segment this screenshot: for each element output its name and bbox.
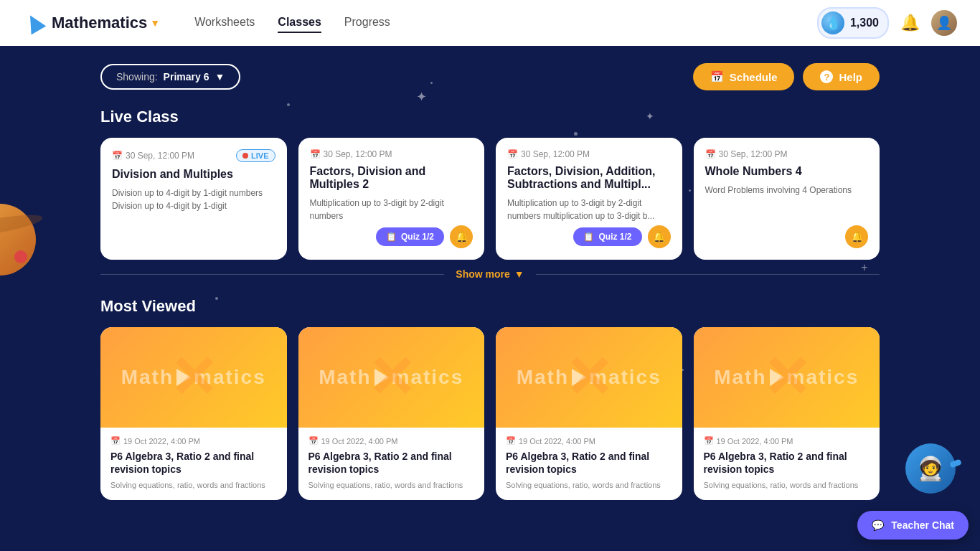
card-desc: Multiplication up to 3-digit by 2-digit …: [507, 197, 671, 222]
video-thumbnail: ✕ Mathmatics: [496, 327, 682, 428]
teacher-chat-button[interactable]: 💬 Teacher Chat: [857, 511, 969, 540]
video-desc: Solving equations, ratio, words and frac…: [110, 480, 277, 491]
coin-icon: 💧: [821, 11, 844, 34]
card-date-row: 📅 30 Sep, 12:00 PM: [705, 149, 869, 159]
card-date-row: 📅 30 Sep, 12:00 PM: [507, 149, 671, 159]
header: Mathematics ▼ Worksheets Classes Progres…: [0, 0, 980, 46]
svg-marker-0: [23, 11, 46, 34]
teacher-chat-label: Teacher Chat: [891, 519, 954, 531]
coin-badge: 💧 1,300: [817, 7, 889, 39]
show-more-button[interactable]: Show more ▼: [456, 268, 524, 280]
video-card-body: 📅 19 Oct 2022, 4:00 PM P6 Algebra 3, Rat…: [298, 428, 485, 500]
help-button[interactable]: ? Help: [803, 63, 880, 90]
live-class-cards: 📅 30 Sep, 12:00 PM LIVE Division and Mul…: [100, 138, 880, 260]
bell-button[interactable]: 🔔: [845, 225, 868, 248]
help-icon: ?: [820, 70, 833, 83]
quiz-icon: 📋: [583, 232, 594, 242]
card-footer: 📋 Quiz 1/2 🔔: [376, 225, 473, 248]
live-class-title: Live Class: [100, 108, 880, 126]
card-title: Factors, Division and Multiples 2: [310, 165, 473, 191]
chat-icon: 💬: [872, 519, 884, 531]
video-title: P6 Algebra 3, Ratio 2 and final revision…: [308, 450, 475, 476]
schedule-button[interactable]: 📅 Schedule: [693, 63, 795, 90]
video-title: P6 Algebra 3, Ratio 2 and final revision…: [110, 450, 277, 476]
showing-value: Primary 6: [164, 71, 209, 83]
video-thumbnail: ✕ Mathmatics: [694, 327, 880, 428]
showing-filter-btn[interactable]: Showing: Primary 6 ▼: [100, 64, 240, 90]
calendar-icon: 📅: [507, 149, 518, 159]
mascot-body: 🧑‍🚀: [905, 443, 956, 494]
filter-dropdown-arrow: ▼: [215, 71, 225, 83]
video-thumbnail: ✕ Mathmatics: [100, 327, 287, 428]
logo-icon: [23, 11, 46, 34]
show-more-arrow: ▼: [514, 268, 524, 280]
page-title: Mathematics ▼: [52, 14, 160, 32]
title-dropdown-arrow[interactable]: ▼: [150, 17, 160, 29]
schedule-label: Schedule: [730, 71, 778, 83]
card-desc: Multiplication up to 3-digit by 2-digit …: [310, 197, 473, 222]
video-title: P6 Algebra 3, Ratio 2 and final revision…: [506, 450, 672, 476]
live-class-card: 📅 30 Sep, 12:00 PM Factors, Division and…: [298, 138, 485, 260]
main-content: ✦ ✦ + Showing: Primary 6 ▼ 📅 Schedule ? …: [0, 46, 980, 523]
showing-label: Showing:: [116, 71, 158, 83]
notification-bell[interactable]: 🔔: [900, 14, 920, 32]
divider-right: [536, 274, 880, 275]
card-title: Whole Numbers 4: [705, 165, 869, 178]
video-date: 📅 19 Oct 2022, 4:00 PM: [704, 436, 870, 446]
bell-button[interactable]: 🔔: [648, 225, 671, 248]
live-class-section: Live Class 📅 30 Sep, 12:00 PM LIVE Divis…: [100, 108, 880, 260]
card-date: 📅 30 Sep, 12:00 PM: [310, 149, 392, 159]
live-class-card: 📅 30 Sep, 12:00 PM Whole Numbers 4 Word …: [694, 138, 880, 260]
video-card-body: 📅 19 Oct 2022, 4:00 PM P6 Algebra 3, Rat…: [100, 428, 287, 500]
card-date-row: 📅 30 Sep, 12:00 PM LIVE: [112, 149, 275, 162]
calendar-icon: 📅: [112, 151, 123, 161]
video-desc: Solving equations, ratio, words and frac…: [704, 480, 870, 491]
card-title: Factors, Division, Addition, Subtraction…: [507, 165, 671, 191]
user-avatar[interactable]: 👤: [931, 10, 957, 36]
show-more-row: Show more ▼: [100, 268, 880, 280]
card-title: Division and Multiples: [112, 168, 275, 181]
nav-worksheets[interactable]: Worksheets: [194, 13, 255, 33]
video-card[interactable]: ✕ Mathmatics 📅 19 Oct 2022, 4:00 PM P6 A…: [694, 327, 880, 500]
video-date: 📅 19 Oct 2022, 4:00 PM: [308, 436, 475, 446]
most-viewed-title: Most Viewed: [100, 297, 880, 316]
bell-button[interactable]: 🔔: [450, 225, 473, 248]
avatar-inner: 👤: [931, 10, 957, 36]
card-date: 📅 30 Sep, 12:00 PM: [112, 151, 194, 161]
action-buttons: 📅 Schedule ? Help: [693, 63, 880, 90]
calendar-icon: 📅: [506, 436, 516, 446]
video-card[interactable]: ✕ Mathmatics 📅 19 Oct 2022, 4:00 PM P6 A…: [298, 327, 485, 500]
live-class-card: 📅 30 Sep, 12:00 PM LIVE Division and Mul…: [100, 138, 287, 260]
calendar-icon: 📅: [308, 436, 319, 446]
quiz-button[interactable]: 📋 Quiz 1/2: [573, 227, 641, 246]
calendar-icon: 📅: [704, 436, 714, 446]
video-title: P6 Algebra 3, Ratio 2 and final revision…: [704, 450, 870, 476]
nav-progress[interactable]: Progress: [344, 13, 390, 33]
card-desc: Division up to 4-digit by 1-digit number…: [112, 187, 275, 212]
quiz-button[interactable]: 📋 Quiz 1/2: [376, 227, 444, 246]
nav-classes[interactable]: Classes: [278, 13, 321, 33]
divider-left: [100, 274, 444, 275]
quiz-icon: 📋: [386, 232, 397, 242]
header-right: 💧 1,300 🔔 👤: [817, 7, 957, 39]
calendar-icon: 📅: [110, 436, 121, 446]
chat-mascot: 🧑‍🚀: [905, 443, 963, 508]
card-footer: 🔔: [845, 225, 868, 248]
video-desc: Solving equations, ratio, words and frac…: [506, 480, 672, 491]
calendar-icon: 📅: [310, 149, 321, 159]
video-card-body: 📅 19 Oct 2022, 4:00 PM P6 Algebra 3, Rat…: [694, 428, 880, 500]
video-card[interactable]: ✕ Mathmatics 📅 19 Oct 2022, 4:00 PM P6 A…: [496, 327, 682, 500]
video-desc: Solving equations, ratio, words and frac…: [308, 480, 475, 491]
card-date-row: 📅 30 Sep, 12:00 PM: [310, 149, 473, 159]
card-date: 📅 30 Sep, 12:00 PM: [705, 149, 788, 159]
video-card[interactable]: ✕ Mathmatics 📅 19 Oct 2022, 4:00 PM P6 A…: [100, 327, 287, 500]
most-viewed-section: Most Viewed ✕ Mathmatics 📅 19 Oct 2022, …: [100, 297, 880, 500]
schedule-icon: 📅: [710, 70, 724, 83]
show-more-label: Show more: [456, 268, 509, 280]
most-viewed-cards: ✕ Mathmatics 📅 19 Oct 2022, 4:00 PM P6 A…: [100, 327, 880, 500]
help-label: Help: [839, 71, 862, 83]
mascot-arm: [949, 459, 962, 468]
mascot-face: 🧑‍🚀: [916, 455, 945, 482]
calendar-icon: 📅: [705, 149, 716, 159]
logo[interactable]: Mathematics ▼: [23, 11, 160, 34]
